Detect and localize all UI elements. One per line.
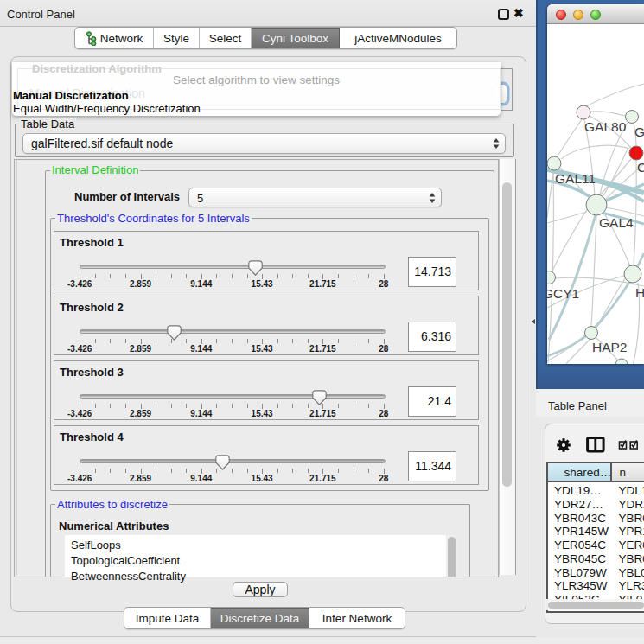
svg-text:GAL80: GAL80: [584, 119, 627, 134]
svg-text:GCY1: GCY1: [547, 286, 579, 301]
svg-text:GA: GA: [634, 124, 644, 139]
svg-text:HAP2: HAP2: [592, 340, 628, 354]
svg-text:H: H: [635, 285, 644, 300]
svg-text:C: C: [637, 160, 644, 175]
svg-text:GAL11: GAL11: [555, 171, 596, 186]
svg-text:GAL4: GAL4: [599, 215, 634, 230]
